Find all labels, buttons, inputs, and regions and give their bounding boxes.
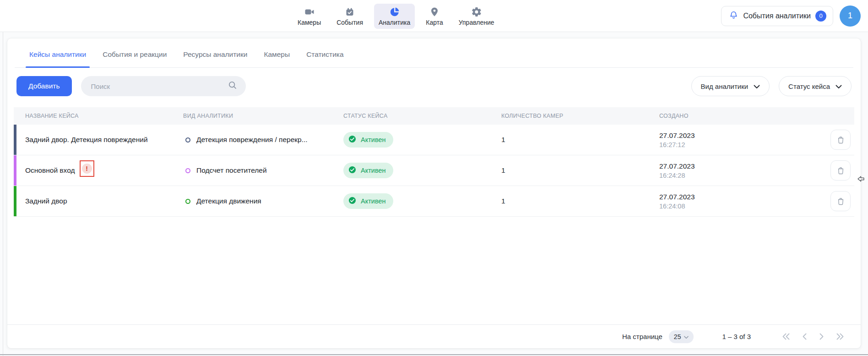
created-cell: 27.07.2023 16:24:28: [659, 162, 818, 179]
case-status-cell: Активен: [343, 132, 501, 148]
search-input[interactable]: [91, 82, 228, 90]
created-time: 16:27:12: [659, 141, 818, 148]
delete-case-button[interactable]: [830, 191, 851, 211]
created-time: 16:24:28: [659, 172, 818, 179]
row-actions: [818, 160, 854, 181]
nav-label: Карта: [426, 19, 443, 26]
tab-bar: Кейсы аналитики События и реакции Ресурс…: [15, 38, 853, 68]
main-nav: Камеры События Аналитика Карта Управлени: [293, 0, 499, 32]
events-count-badge: 0: [815, 11, 826, 22]
row-accent-bar: [14, 125, 16, 155]
tab-statistics[interactable]: Статистика: [298, 50, 352, 67]
analytics-type-ring-icon: [185, 168, 190, 173]
video-camera-icon: [304, 6, 315, 17]
page: Кейсы аналитики События и реакции Ресурс…: [0, 32, 868, 356]
nav-item-cameras[interactable]: Камеры: [293, 4, 326, 29]
analytics-type-cell: Детекция повреждения / перекр...: [183, 136, 343, 144]
case-name-cell: Основной вход !: [14, 162, 183, 179]
check-circle-icon: [348, 135, 357, 145]
created-date: 27.07.2023: [659, 131, 818, 140]
status-label: Активен: [361, 197, 386, 205]
camera-count-cell: 1: [501, 166, 659, 175]
column-header-case-status: СТАТУС КЕЙСА: [343, 113, 501, 119]
analytics-type-cell: Детекция движения: [183, 197, 343, 205]
filter-label: Статус кейса: [788, 82, 830, 90]
mouse-cursor: [857, 175, 865, 184]
bell-icon: [729, 11, 738, 22]
check-circle-icon: [348, 196, 357, 207]
analytics-type-ring-icon: [185, 199, 190, 204]
nav-item-map[interactable]: Карта: [421, 4, 447, 29]
created-time: 16:24:08: [659, 203, 818, 210]
table-row[interactable]: Задний двор Детекция движения Активен 1: [14, 186, 854, 217]
pager: [782, 333, 844, 340]
nav-label: Управление: [459, 19, 494, 26]
created-cell: 27.07.2023 16:27:12: [659, 131, 818, 148]
case-name: Задний двор. Детекция повреждений: [25, 136, 148, 144]
status-badge: Активен: [343, 132, 393, 148]
chevron-down-icon: [835, 82, 842, 90]
table-footer: На странице 25 1 – 3 of 3: [7, 324, 861, 348]
next-page-button[interactable]: [819, 333, 824, 340]
check-circle-icon: [348, 165, 357, 176]
cases-table: НАЗВАНИЕ КЕЙСА ВИД АНАЛИТИКИ СТАТУС КЕЙС…: [7, 107, 861, 217]
warning-icon: !: [82, 164, 92, 174]
nav-label: Камеры: [298, 19, 321, 26]
add-button[interactable]: Добавить: [16, 76, 72, 96]
per-page-select[interactable]: 25: [669, 330, 694, 343]
tab-cameras[interactable]: Камеры: [255, 50, 298, 67]
window-bottom-edge: [0, 354, 868, 355]
analytics-type-label: Детекция движения: [196, 197, 261, 205]
case-status-cell: Активен: [343, 163, 501, 178]
nav-item-events[interactable]: События: [332, 4, 368, 29]
created-date: 27.07.2023: [659, 162, 818, 170]
camera-count-cell: 1: [501, 136, 659, 144]
nav-item-management[interactable]: Управление: [454, 4, 499, 29]
calendar-check-icon: [344, 6, 355, 17]
case-name-cell: Задний двор. Детекция повреждений: [14, 136, 183, 144]
pagination-range: 1 – 3 of 3: [722, 333, 751, 340]
case-name-cell: Задний двор: [14, 197, 183, 205]
tab-analytics-cases[interactable]: Кейсы аналитики: [21, 50, 94, 67]
avatar[interactable]: 1: [840, 5, 861, 27]
camera-count-cell: 1: [501, 197, 659, 205]
map-pin-icon: [429, 6, 440, 17]
table-row[interactable]: Задний двор. Детекция повреждений Детекц…: [14, 125, 854, 155]
table-header-row: НАЗВАНИЕ КЕЙСА ВИД АНАЛИТИКИ СТАТУС КЕЙС…: [14, 107, 854, 125]
table-row[interactable]: Основной вход ! Подсчет посетителей Акти…: [14, 155, 854, 186]
delete-case-button[interactable]: [830, 130, 851, 150]
column-header-created: СОЗДАНО: [659, 113, 818, 119]
analytics-type-ring-icon: [185, 137, 190, 142]
case-status-cell: Активен: [343, 193, 501, 209]
pie-chart-icon: [389, 6, 400, 17]
per-page-label: На странице: [622, 333, 662, 340]
column-header-analytics-type: ВИД АНАЛИТИКИ: [183, 113, 343, 119]
status-badge: Активен: [343, 193, 393, 209]
case-name: Основной вход: [25, 166, 75, 175]
warning-highlight-box: !: [80, 160, 94, 177]
search-field[interactable]: [81, 76, 246, 96]
gear-icon: [471, 6, 482, 17]
chevron-down-icon: [754, 82, 760, 90]
analytics-type-cell: Подсчет посетителей: [183, 166, 343, 175]
column-header-camera-count: КОЛИЧЕСТВО КАМЕР: [501, 113, 659, 119]
analytics-events-label: События аналитики: [743, 12, 811, 20]
chevron-down-icon: [684, 333, 689, 340]
status-label: Активен: [361, 136, 386, 143]
per-page-value: 25: [674, 333, 681, 340]
case-status-filter[interactable]: Статус кейса: [779, 76, 852, 96]
row-actions: [818, 191, 854, 211]
first-page-button[interactable]: [782, 333, 790, 340]
analytics-type-label: Подсчет посетителей: [196, 166, 267, 175]
previous-page-button[interactable]: [802, 333, 807, 340]
analytics-type-label: Детекция повреждения / перекр...: [196, 136, 308, 144]
delete-case-button[interactable]: [830, 160, 851, 181]
analytics-type-filter[interactable]: Вид аналитики: [691, 76, 770, 96]
status-badge: Активен: [343, 163, 393, 178]
tab-events-reactions[interactable]: События и реакции: [94, 50, 175, 67]
last-page-button[interactable]: [836, 333, 844, 340]
tab-analytics-resources[interactable]: Ресурсы аналитики: [175, 50, 255, 67]
nav-item-analytics[interactable]: Аналитика: [374, 4, 415, 29]
toolbar: Добавить Вид аналитики Статус кейса: [16, 76, 852, 96]
analytics-events-button[interactable]: События аналитики 0: [721, 6, 833, 26]
